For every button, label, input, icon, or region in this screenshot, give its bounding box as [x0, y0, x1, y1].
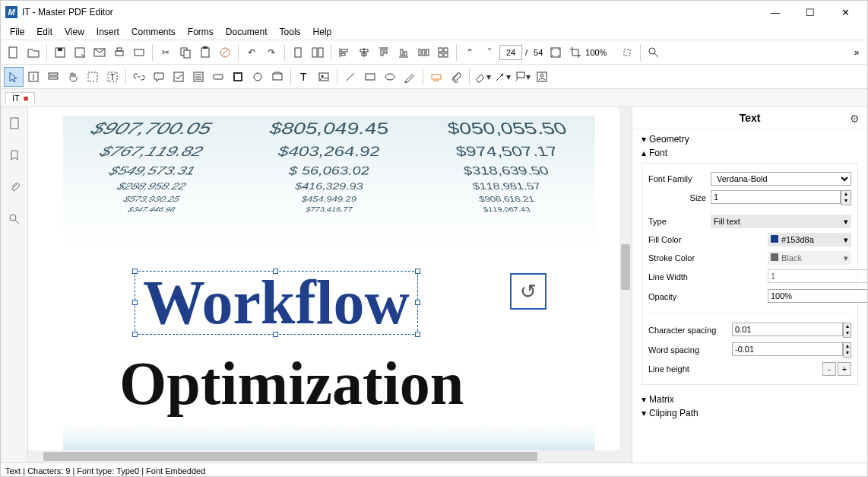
document-tab[interactable]: IT ■: [5, 92, 35, 103]
menu-file[interactable]: File: [4, 25, 30, 39]
menu-tools[interactable]: Tools: [274, 25, 307, 39]
word-spacing-input[interactable]: [732, 342, 843, 356]
size-input[interactable]: [711, 190, 841, 204]
section-matrix[interactable]: Matrix: [641, 393, 858, 406]
window-minimize[interactable]: ―: [758, 1, 793, 24]
stamp-tool-icon[interactable]: [268, 67, 287, 87]
forbidden-icon[interactable]: [215, 43, 235, 62]
page-first-icon[interactable]: ⌃: [460, 43, 480, 62]
copy-icon[interactable]: [176, 43, 195, 62]
page-prev-icon[interactable]: ˅: [480, 43, 499, 62]
menu-comments[interactable]: Comments: [125, 25, 182, 39]
attachments-icon[interactable]: [6, 179, 23, 196]
section-clipping-path[interactable]: Cliping Path: [641, 406, 858, 420]
rotate-handle-icon[interactable]: ↺: [510, 273, 546, 310]
save-as-icon[interactable]: [70, 43, 90, 62]
resize-handle[interactable]: [132, 269, 138, 274]
resize-handle[interactable]: [132, 332, 138, 337]
scan-icon[interactable]: [129, 43, 149, 62]
menu-help[interactable]: Help: [307, 25, 338, 39]
toolbar-overflow[interactable]: »: [849, 47, 864, 58]
scrollbar-vertical[interactable]: [619, 107, 632, 463]
fill-color-picker[interactable]: #153d8a▾: [768, 233, 851, 246]
text-select-icon[interactable]: [24, 67, 43, 87]
scrollbar-horizontal[interactable]: [28, 450, 632, 463]
paste-icon[interactable]: [195, 43, 215, 62]
resize-handle[interactable]: [415, 269, 420, 274]
line-height-increase[interactable]: +: [838, 362, 851, 376]
eraser-tool-icon[interactable]: ▾: [473, 67, 493, 87]
menu-view[interactable]: View: [59, 25, 90, 39]
line-tool-icon[interactable]: [341, 67, 360, 87]
image-tool-icon[interactable]: [314, 67, 334, 87]
grid-icon[interactable]: [433, 43, 453, 62]
menu-edit[interactable]: Edit: [30, 25, 59, 39]
resize-handle[interactable]: [415, 332, 420, 337]
page-number-input[interactable]: [499, 45, 522, 60]
ellipse-tool-icon[interactable]: [380, 67, 400, 87]
button-tool-icon[interactable]: [208, 67, 228, 87]
type-select[interactable]: Fill text▾: [711, 215, 851, 228]
undo-icon[interactable]: ↶: [242, 43, 261, 62]
document-canvas[interactable]: $907,700.05$805,049.45$050,055.50 $767,1…: [28, 107, 632, 463]
bookmarks-icon[interactable]: [6, 147, 23, 164]
edit-text-icon[interactable]: T: [103, 67, 122, 87]
save-icon[interactable]: [50, 43, 70, 62]
menu-forms[interactable]: Forms: [182, 25, 220, 39]
menu-insert[interactable]: Insert: [90, 25, 125, 39]
section-font[interactable]: Font: [641, 146, 858, 160]
align-top-icon[interactable]: [374, 43, 394, 62]
redo-icon[interactable]: ↷: [261, 43, 281, 62]
rect-tool-icon[interactable]: [360, 67, 380, 87]
resize-handle[interactable]: [273, 332, 278, 337]
fit-page-icon[interactable]: [546, 43, 565, 62]
stroke-color-picker[interactable]: Black▾: [768, 251, 851, 265]
scrollbar-thumb[interactable]: [621, 244, 630, 290]
menu-document[interactable]: Document: [220, 25, 274, 39]
new-file-icon[interactable]: [4, 43, 24, 62]
cut-icon[interactable]: ✂: [156, 43, 176, 62]
form-tool-icon[interactable]: [43, 67, 63, 87]
size-stepper[interactable]: ▴▾: [841, 190, 851, 205]
resize-handle[interactable]: [273, 269, 278, 274]
hand-tool-icon[interactable]: [63, 67, 83, 87]
crop-icon[interactable]: [565, 43, 585, 62]
zoom-value[interactable]: 100%: [585, 48, 617, 57]
align-left-icon[interactable]: [334, 43, 354, 62]
resize-handle[interactable]: [415, 300, 420, 305]
edit-vector-icon[interactable]: [83, 67, 103, 87]
pointer-tool-icon[interactable]: [4, 67, 24, 87]
listbox-tool-icon[interactable]: [188, 67, 208, 87]
align-center-icon[interactable]: [354, 43, 374, 62]
resize-handle[interactable]: [132, 300, 138, 305]
radio-tool-icon[interactable]: [228, 67, 248, 87]
search-panel-icon[interactable]: [6, 211, 23, 227]
open-folder-icon[interactable]: [24, 43, 43, 62]
page-single-icon[interactable]: [288, 43, 308, 62]
page-double-icon[interactable]: [308, 43, 328, 62]
distribute-icon[interactable]: [413, 43, 433, 62]
pencil-tool-icon[interactable]: [400, 67, 420, 87]
char-spacing-input[interactable]: [732, 323, 843, 336]
tab-close-icon[interactable]: ■: [24, 94, 29, 103]
callout-tool-icon[interactable]: ▾: [512, 67, 532, 87]
scrollbar-thumb[interactable]: [43, 452, 537, 461]
search-icon[interactable]: [644, 43, 664, 62]
print-icon[interactable]: [109, 43, 129, 62]
link-tool-icon[interactable]: [129, 67, 149, 87]
arrow-tool-icon[interactable]: ▾: [493, 67, 512, 87]
line-width-input[interactable]: [768, 269, 867, 283]
signature-tool-icon[interactable]: [532, 67, 552, 87]
highlight-tool-icon[interactable]: [426, 67, 446, 87]
note-tool-icon[interactable]: [149, 67, 169, 87]
mail-icon[interactable]: [90, 43, 109, 62]
text-tool-icon[interactable]: T: [294, 67, 314, 87]
char-spacing-stepper[interactable]: ▴▾: [843, 323, 851, 338]
word-spacing-stepper[interactable]: ▴▾: [843, 342, 851, 358]
selected-text-object[interactable]: Workflow: [135, 271, 418, 335]
zoom-fit-icon[interactable]: [617, 43, 637, 62]
opacity-input[interactable]: [768, 289, 867, 303]
checkbox-tool-icon[interactable]: [169, 67, 188, 87]
line-height-decrease[interactable]: -: [822, 362, 836, 376]
window-close[interactable]: ✕: [828, 1, 863, 24]
